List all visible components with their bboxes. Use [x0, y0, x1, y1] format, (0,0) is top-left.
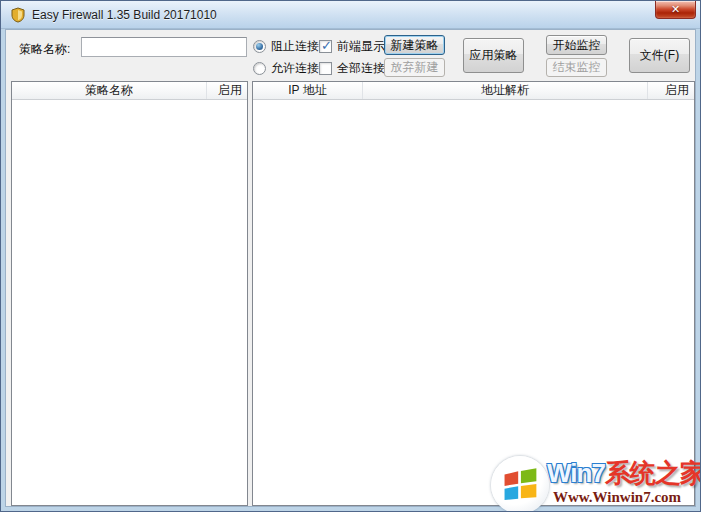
checkbox-checked-icon — [319, 40, 332, 53]
policy-name-input[interactable] — [81, 37, 247, 57]
radio-block-label: 阻止连接 — [271, 38, 319, 55]
header-address-enabled[interactable]: 启用 — [648, 82, 694, 99]
radio-selected-icon — [253, 40, 266, 53]
titlebar[interactable]: Easy Firewall 1.35 Build 20171010 ✕ — [1, 1, 700, 29]
address-list-body[interactable] — [253, 100, 694, 505]
header-address-resolve[interactable]: 地址解析 — [363, 82, 648, 99]
address-list-panel: IP 地址 地址解析 启用 — [252, 81, 695, 506]
discard-new-button: 放弃新建 — [384, 58, 445, 77]
watermark: Win7系统之家 Www.Winwin7.com — [491, 453, 701, 512]
policy-list-body[interactable] — [12, 100, 247, 505]
checkbox-all-connections[interactable]: 全部连接 — [319, 60, 385, 76]
address-list-header: IP 地址 地址解析 启用 — [253, 82, 694, 100]
radio-allow-label: 允许连接 — [271, 60, 319, 77]
app-window: Easy Firewall 1.35 Build 20171010 ✕ 策略名称… — [0, 0, 701, 512]
shield-app-icon — [10, 7, 26, 23]
file-button[interactable]: 文件(F) — [629, 38, 690, 73]
windows-flag-icon — [491, 456, 549, 512]
checkbox-unchecked-icon — [319, 62, 332, 75]
brand-text: Win7系统之家 — [547, 456, 701, 491]
start-monitor-button[interactable]: 开始监控 — [546, 35, 607, 55]
url-text: Www.Winwin7.com — [553, 489, 681, 506]
checkbox-front-display[interactable]: 前端显示 — [319, 38, 385, 54]
radio-unselected-icon — [253, 62, 266, 75]
policy-list-panel: 策略名称 启用 — [11, 81, 248, 506]
window-title: Easy Firewall 1.35 Build 20171010 — [32, 8, 217, 22]
close-button[interactable]: ✕ — [655, 1, 696, 19]
new-policy-button[interactable]: 新建策略 — [384, 35, 445, 55]
brand-win7: Win7 — [547, 458, 605, 488]
close-icon: ✕ — [671, 1, 680, 18]
policy-name-label: 策略名称: — [19, 41, 70, 58]
radio-block-connection[interactable]: 阻止连接 — [253, 38, 319, 54]
policy-list-header: 策略名称 启用 — [12, 82, 247, 100]
header-ip-address[interactable]: IP 地址 — [253, 82, 363, 99]
stop-monitor-button: 结束监控 — [546, 58, 607, 77]
header-policy-enabled[interactable]: 启用 — [207, 82, 247, 99]
header-policy-name[interactable]: 策略名称 — [12, 82, 207, 99]
checkbox-all-label: 全部连接 — [337, 60, 385, 77]
brand-suffix: 系统之家 — [605, 458, 701, 488]
radio-allow-connection[interactable]: 允许连接 — [253, 60, 319, 76]
checkbox-front-label: 前端显示 — [337, 38, 385, 55]
apply-policy-button[interactable]: 应用策略 — [463, 38, 524, 73]
